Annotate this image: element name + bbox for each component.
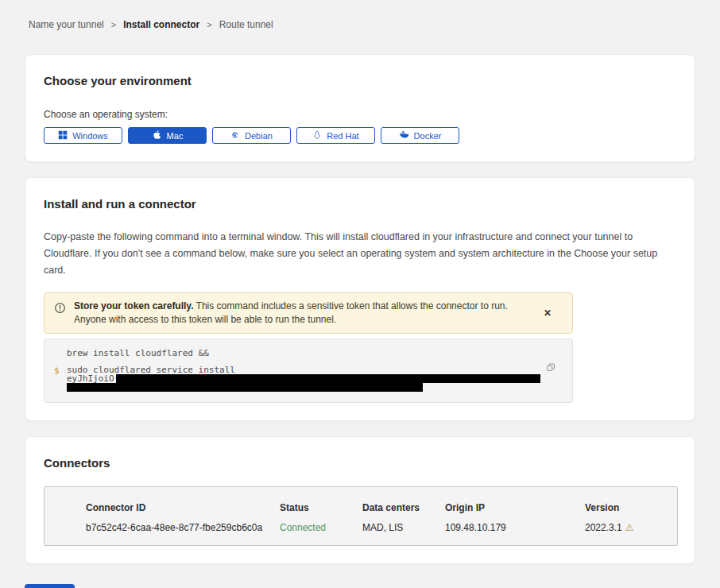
command-token-line: eyJhIjoiO bbox=[67, 374, 540, 383]
redhat-icon bbox=[312, 130, 322, 141]
connectors-table: Connector ID Status Data centers Origin … bbox=[44, 486, 678, 546]
connectors-title: Connectors bbox=[44, 456, 676, 470]
col-header-version: Version bbox=[585, 502, 677, 513]
col-header-connector-id: Connector ID bbox=[86, 502, 280, 513]
windows-icon bbox=[58, 130, 68, 141]
choose-environment-title: Choose your environment bbox=[44, 74, 676, 87]
install-command-block: $ brew install cloudflared && sudo cloud… bbox=[44, 338, 573, 403]
os-button-debian[interactable]: Debian bbox=[212, 127, 291, 144]
breadcrumb-separator: > bbox=[207, 20, 211, 29]
copy-icon[interactable] bbox=[544, 360, 558, 377]
os-button-group: Windows Mac Debian bbox=[44, 127, 676, 144]
table-header-row: Connector ID Status Data centers Origin … bbox=[86, 502, 677, 513]
breadcrumb: Name your tunnel > Install connector > R… bbox=[0, 0, 720, 30]
token-warning-banner: Store your token carefully. This command… bbox=[44, 292, 573, 334]
install-connector-card: Install and run a connector Copy-paste t… bbox=[25, 177, 695, 421]
os-button-label: Windows bbox=[72, 131, 108, 141]
breadcrumb-step-install-connector[interactable]: Install connector bbox=[123, 19, 199, 30]
connector-status-value: Connected bbox=[280, 522, 362, 533]
token-redaction-bar bbox=[67, 383, 423, 392]
docker-icon bbox=[399, 130, 409, 141]
command-token-line-2 bbox=[67, 383, 540, 392]
breadcrumb-step-route-tunnel[interactable]: Route tunnel bbox=[219, 19, 273, 30]
os-button-label: Red Hat bbox=[327, 131, 358, 141]
command-line-1: brew install cloudflared && bbox=[67, 349, 540, 358]
col-header-data-centers: Data centers bbox=[362, 502, 445, 513]
alert-circle-icon bbox=[54, 302, 66, 318]
token-warning-bold: Store your token carefully. bbox=[74, 300, 194, 311]
terminal-prompt: $ bbox=[54, 366, 60, 376]
install-description: Copy-paste the following command into a … bbox=[44, 229, 675, 279]
os-button-redhat[interactable]: Red Hat bbox=[296, 127, 375, 144]
token-warning-text: Store your token carefully. This command… bbox=[74, 300, 531, 327]
connectors-card: Connectors Connector ID Status Data cent… bbox=[25, 436, 695, 564]
table-row: b7c52c42-6caa-48ee-8c77-fbe259cb6c0a Con… bbox=[86, 522, 677, 533]
version-warning-icon: ⚠ bbox=[625, 522, 634, 533]
breadcrumb-separator: > bbox=[111, 20, 116, 29]
os-button-label: Mac bbox=[167, 131, 184, 141]
os-button-mac[interactable]: Mac bbox=[128, 127, 207, 144]
os-button-label: Docker bbox=[414, 131, 442, 141]
token-prefix: eyJhIjoiO bbox=[67, 374, 114, 383]
os-button-docker[interactable]: Docker bbox=[381, 127, 459, 144]
breadcrumb-step-name-your-tunnel[interactable]: Name your tunnel bbox=[29, 19, 104, 30]
connector-origin-ip-value: 109.48.10.179 bbox=[445, 522, 585, 533]
os-button-label: Debian bbox=[245, 131, 273, 141]
token-redaction-bar bbox=[116, 374, 540, 383]
close-icon[interactable]: ✕ bbox=[539, 306, 556, 320]
debian-icon bbox=[230, 130, 240, 141]
command-line-2: sudo cloudflared service install bbox=[67, 366, 540, 374]
next-button[interactable]: Next bbox=[25, 584, 75, 588]
choose-environment-card: Choose your environment Choose an operat… bbox=[25, 54, 695, 162]
os-select-label: Choose an operating system: bbox=[44, 109, 676, 120]
apple-icon bbox=[152, 130, 162, 141]
connector-version-value: 2022.3.1⚠ bbox=[585, 522, 677, 533]
install-connector-title: Install and run a connector bbox=[44, 197, 676, 211]
col-header-origin-ip: Origin IP bbox=[445, 502, 585, 513]
page-content: Choose your environment Choose an operat… bbox=[25, 54, 695, 588]
connector-id-value: b7c52c42-6caa-48ee-8c77-fbe259cb6c0a bbox=[86, 522, 280, 533]
col-header-status: Status bbox=[280, 502, 362, 513]
os-button-windows[interactable]: Windows bbox=[44, 127, 122, 144]
connector-data-centers-value: MAD, LIS bbox=[362, 522, 445, 533]
